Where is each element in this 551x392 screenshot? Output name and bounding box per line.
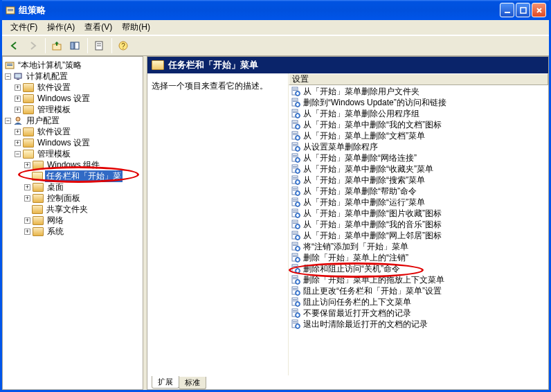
collapse-icon[interactable]: − [15, 151, 21, 157]
tree-computer-config[interactable]: −计算机配置 [3, 71, 143, 82]
policy-row[interactable]: 从「开始」菜单中删除“图片收藏”图标 [289, 208, 548, 219]
tree-item[interactable]: −管理模板 [3, 148, 143, 159]
tree-item[interactable]: +Windows 设置 [3, 93, 143, 104]
tree-item[interactable]: +桌面 [3, 181, 143, 193]
svg-rect-116 [296, 259, 299, 260]
tab-standard[interactable]: 标准 [179, 377, 206, 389]
tree-item[interactable]: +软件设置 [3, 82, 143, 93]
policy-row[interactable]: 从「开始」菜单中删除“我的音乐”图标 [289, 219, 548, 230]
svg-rect-118 [293, 266, 297, 267]
svg-rect-52 [293, 144, 297, 145]
policy-icon [290, 119, 301, 130]
expand-icon[interactable]: + [24, 195, 30, 202]
expand-icon[interactable]: + [24, 229, 30, 235]
policy-icon [290, 97, 301, 108]
tree-item[interactable]: +Windows 设置 [3, 137, 143, 148]
policy-label: 从「开始」菜单中删除“我的音乐”图标 [303, 219, 442, 231]
tree-item[interactable]: +网络 [3, 215, 143, 226]
svg-rect-47 [293, 134, 297, 135]
menu-bar: 文件(F) 操作(A) 查看(V) 帮助(H) [2, 20, 549, 35]
maximize-button[interactable] [516, 3, 530, 17]
expand-icon[interactable]: + [15, 96, 21, 102]
policy-label: 删除和阻止访问“关机”命令 [303, 263, 400, 275]
policy-row[interactable]: 从「开始」菜单中删除“搜索”菜单 [289, 175, 548, 186]
expand-icon[interactable]: + [15, 129, 21, 135]
svg-rect-62 [296, 159, 299, 160]
tree-pane[interactable]: “本地计算机”策略 −计算机配置 +软件设置 +Windows 设置 +管理模板… [2, 56, 143, 390]
tree-item[interactable]: +Windows 组件 [3, 159, 143, 170]
policy-icon [290, 163, 301, 175]
svg-rect-64 [293, 166, 297, 167]
svg-rect-86 [296, 204, 299, 204]
tree-user-config[interactable]: −用户配置 [3, 115, 143, 126]
folder-icon [33, 161, 44, 170]
svg-rect-92 [296, 215, 299, 215]
svg-rect-77 [293, 190, 297, 190]
policy-row[interactable]: 从「开始」菜单删除“帮助”命令 [289, 186, 548, 197]
back-button[interactable] [6, 37, 23, 54]
expand-icon[interactable]: + [15, 84, 21, 91]
svg-rect-119 [293, 267, 297, 268]
policy-row[interactable]: 从「开始」菜单删除“网络连接” [289, 152, 548, 163]
policy-row[interactable]: 退出时清除最近打开的文档的记录 [289, 319, 548, 330]
tree-root[interactable]: “本地计算机”策略 [3, 60, 143, 71]
policy-row[interactable]: 从「开始」菜单删除用户文件夹 [289, 86, 548, 97]
policy-row[interactable]: 从「开始」菜单上删除“文档”菜单 [289, 130, 548, 141]
tree-item[interactable]: +软件设置 [3, 126, 143, 137]
tree-item[interactable]: +控制面板 [3, 193, 143, 204]
policy-icon [290, 86, 301, 97]
forward-button[interactable] [24, 37, 41, 54]
expand-icon[interactable]: + [24, 217, 30, 224]
svg-rect-40 [293, 122, 297, 123]
minimize-button[interactable] [500, 3, 514, 17]
policy-row[interactable]: 从「开始」菜单中删除“运行”菜单 [289, 197, 548, 208]
policy-row[interactable]: 从「开始」菜单中删除“网上邻居”图标 [289, 230, 548, 241]
policy-icon [290, 274, 301, 285]
policy-list[interactable]: 设置 从「开始」菜单删除用户文件夹删除到“Windows Update”的访问和… [289, 73, 548, 375]
svg-rect-35 [293, 112, 297, 113]
policy-row[interactable]: 删除到“Windows Update”的访问和链接 [289, 97, 548, 108]
menu-action[interactable]: 操作(A) [43, 20, 79, 35]
collapse-icon[interactable]: − [5, 73, 11, 80]
policy-label: 从「开始」菜单删除用户文件夹 [303, 86, 419, 98]
svg-rect-95 [293, 223, 297, 224]
menu-file[interactable]: 文件(F) [6, 20, 42, 35]
policy-icon [290, 152, 301, 163]
policy-row[interactable]: 删除「开始」菜单上的“注销” [289, 252, 548, 263]
column-header-setting[interactable]: 设置 [289, 73, 548, 85]
svg-text:?: ? [121, 42, 125, 50]
tree-item[interactable]: +系统 [3, 226, 143, 237]
policy-row[interactable]: 从「开始」菜单中删除“我的文档”图标 [289, 119, 548, 130]
folder-icon [23, 127, 34, 136]
policy-row[interactable]: 阻止访问任务栏的上下文菜单 [289, 296, 548, 308]
expand-icon[interactable]: + [24, 184, 30, 190]
expand-icon[interactable]: + [15, 107, 21, 113]
svg-rect-38 [296, 115, 299, 116]
svg-rect-22 [293, 89, 297, 89]
policy-row[interactable]: 从「开始」菜单中删除“收藏夹”菜单 [289, 163, 548, 175]
expand-icon[interactable]: + [24, 162, 30, 168]
svg-rect-107 [293, 245, 297, 246]
menu-view[interactable]: 查看(V) [80, 20, 116, 35]
show-hide-tree-button[interactable] [66, 37, 83, 54]
policy-icon [290, 130, 301, 141]
tree-item[interactable]: +管理模板 [3, 104, 143, 115]
tree-item[interactable]: 共享文件夹 [3, 204, 143, 215]
svg-rect-17 [7, 65, 12, 66]
menu-help[interactable]: 帮助(H) [118, 20, 154, 35]
collapse-icon[interactable]: − [5, 118, 11, 124]
policy-row[interactable]: 将“注销”添加到「开始」菜单 [289, 241, 548, 252]
up-button[interactable] [48, 37, 65, 54]
policy-row[interactable]: 删除「开始」菜单上的拖放上下文菜单 [289, 274, 548, 285]
properties-button[interactable] [91, 37, 107, 54]
policy-row[interactable]: 从设置菜单删除程序 [289, 141, 548, 152]
help-button[interactable]: ? [115, 37, 132, 54]
close-button[interactable] [532, 3, 546, 17]
tab-extended[interactable]: 扩展 [152, 376, 179, 389]
policy-row[interactable]: 不要保留最近打开文档的记录 [289, 308, 548, 319]
policy-row[interactable]: 从「开始」菜单删除公用程序组 [289, 108, 548, 119]
tree-taskbar-startmenu[interactable]: 任务栏和「开始」菜 [3, 170, 143, 181]
policy-row[interactable]: 阻止更改“任务栏和「开始」菜单”设置 [289, 285, 548, 296]
expand-icon[interactable]: + [15, 140, 21, 146]
policy-row[interactable]: 删除和阻止访问“关机”命令 [289, 263, 548, 274]
